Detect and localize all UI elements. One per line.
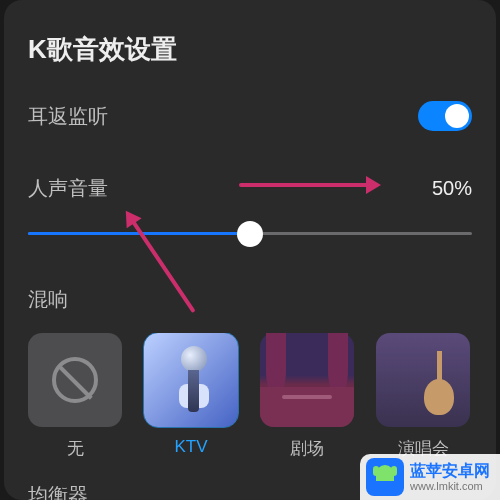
reverb-preset-ktv[interactable]: KTV — [144, 333, 238, 460]
slider-thumb[interactable] — [237, 221, 263, 247]
reverb-presets: 无 KTV 剧场 演唱会 — [28, 333, 472, 460]
vocal-volume-label: 人声音量 — [28, 175, 108, 202]
guitar-icon — [424, 351, 454, 415]
reverb-ktv-label: KTV — [144, 437, 238, 457]
stage-icon — [260, 387, 354, 427]
monitor-toggle[interactable] — [418, 101, 472, 131]
annotation-arrow-right — [239, 183, 369, 187]
reverb-ktv-tile — [144, 333, 238, 427]
reverb-preset-none[interactable]: 无 — [28, 333, 122, 460]
microphone-icon — [177, 350, 205, 410]
vocal-volume-slider[interactable] — [28, 220, 472, 246]
watermark-title: 蓝苹安卓网 — [410, 462, 490, 480]
ban-icon — [52, 357, 98, 403]
watermark-url: www.lmkit.com — [410, 480, 490, 492]
toggle-knob — [445, 104, 469, 128]
vocal-volume-value: 50% — [432, 177, 472, 200]
watermark: 蓝苹安卓网 www.lmkit.com — [360, 454, 500, 500]
monitor-label: 耳返监听 — [28, 103, 108, 130]
curtain-icon — [266, 333, 286, 395]
reverb-none-tile — [28, 333, 122, 427]
reverb-theater-label: 剧场 — [260, 437, 354, 460]
reverb-concert-tile — [376, 333, 470, 427]
reverb-label: 混响 — [28, 286, 472, 313]
monitor-row: 耳返监听 — [28, 101, 472, 131]
reverb-none-label: 无 — [28, 437, 122, 460]
reverb-theater-tile — [260, 333, 354, 427]
reverb-section: 混响 无 KTV 剧场 — [28, 286, 472, 460]
reverb-preset-theater[interactable]: 剧场 — [260, 333, 354, 460]
ksong-settings-panel: K歌音效设置 耳返监听 人声音量 50% 混响 无 — [4, 0, 496, 500]
android-logo-icon — [366, 458, 404, 496]
curtain-icon — [328, 333, 348, 395]
reverb-preset-concert[interactable]: 演唱会 — [376, 333, 470, 460]
panel-title: K歌音效设置 — [28, 32, 472, 67]
